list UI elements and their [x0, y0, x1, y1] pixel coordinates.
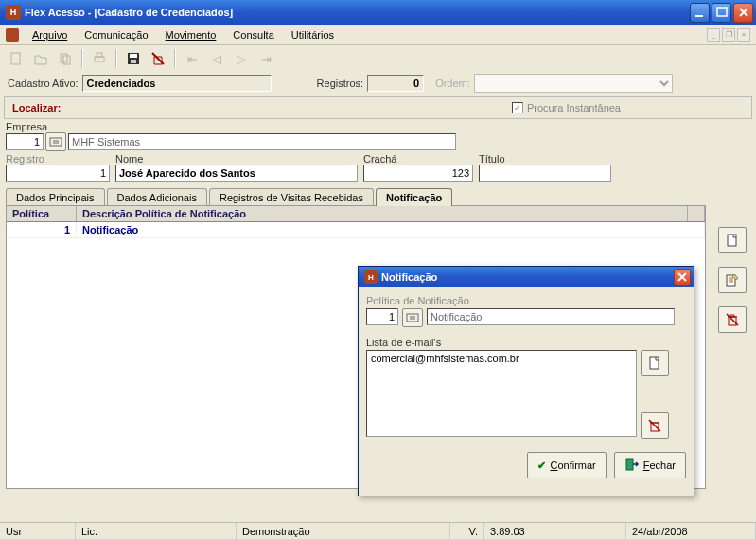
- toolbar-separator: [174, 49, 176, 68]
- grid-header: Política Descrição Política de Notificaç…: [7, 206, 705, 222]
- cadastro-ativo-label: Cadastro Ativo:: [8, 78, 79, 89]
- grid-cell-politica: 1: [7, 222, 77, 237]
- menu-arquivo[interactable]: Arquivo: [25, 27, 75, 43]
- mdi-close-icon[interactable]: ×: [737, 28, 750, 42]
- empresa-id-input[interactable]: [6, 133, 44, 150]
- cadastro-ativo-value: Credenciados: [82, 75, 272, 92]
- tb-open-icon: [30, 48, 51, 69]
- dlg-email-list[interactable]: comercial@mhfsistemas.com.br: [366, 350, 637, 437]
- procura-checkbox[interactable]: ✓: [512, 102, 523, 113]
- main-titlebar: H Flex Acesso - [Cadastro de Credenciado…: [0, 0, 756, 25]
- statusbar: Usr Lic. Demonstração V. 3.89.03 24/abr/…: [0, 522, 756, 539]
- grid-col-descricao[interactable]: Descrição Política de Notificação: [77, 206, 688, 221]
- menu-movimento[interactable]: Movimento: [158, 27, 224, 43]
- dlg-add-email-button[interactable]: [641, 350, 669, 376]
- toolbar-separator: [81, 49, 83, 68]
- empresa-lookup-button[interactable]: [45, 132, 66, 151]
- grid-cell-descricao: Notificação: [77, 222, 705, 237]
- status-version: 3.89.03: [484, 523, 626, 539]
- minimize-button[interactable]: [690, 3, 710, 23]
- dialog-icon: H: [364, 270, 378, 284]
- tb-delete-icon[interactable]: [148, 48, 168, 69]
- tb-last-icon: ⇥: [255, 48, 276, 69]
- localizar-row: Localizar: ✓ Procura Instantânea: [4, 96, 752, 119]
- cadastro-row: Cadastro Ativo: Credenciados Registros: …: [0, 72, 756, 95]
- cracha-input[interactable]: [363, 165, 473, 182]
- dlg-politica-name: [427, 308, 675, 325]
- grid-col-politica[interactable]: Política: [7, 206, 77, 221]
- svg-rect-11: [728, 235, 736, 246]
- ordem-label: Ordem:: [435, 78, 470, 89]
- dlg-remove-email-button[interactable]: [641, 412, 669, 439]
- svg-rect-17: [626, 459, 633, 470]
- menubar: Arquivo Comunicação Movimento Consulta U…: [0, 25, 756, 45]
- status-usr: Usr: [0, 523, 76, 539]
- tb-new-icon: [6, 48, 26, 69]
- dlg-politica-lookup-button[interactable]: [402, 308, 423, 327]
- registros-value: 0: [367, 75, 424, 92]
- svg-rect-8: [130, 54, 137, 58]
- status-lic: Lic.: [76, 523, 237, 539]
- dlg-lista-label: Lista de e-mail's: [366, 337, 686, 348]
- side-buttons: [718, 227, 747, 333]
- side-delete-button[interactable]: [718, 306, 747, 333]
- tab-dados-adicionais[interactable]: Dados Adicionais: [107, 188, 207, 206]
- tb-first-icon: ⇤: [182, 48, 202, 69]
- svg-rect-9: [131, 60, 136, 63]
- menu-utilitarios[interactable]: Utilitários: [284, 27, 342, 43]
- fechar-button[interactable]: Fechar: [614, 452, 686, 478]
- empresa-label: Empresa: [6, 121, 47, 132]
- toolbar: ⇤ ◁ ▷ ⇥: [0, 45, 756, 72]
- check-icon: ✔: [537, 460, 546, 472]
- svg-rect-16: [651, 423, 659, 431]
- tb-prev-icon: ◁: [206, 48, 227, 69]
- confirmar-button[interactable]: ✔ Confirmar: [527, 452, 606, 478]
- titulo-input[interactable]: [479, 165, 611, 182]
- svg-rect-1: [717, 8, 727, 16]
- registro-label: Registro: [6, 153, 110, 165]
- svg-rect-14: [407, 314, 418, 322]
- nome-input[interactable]: [115, 165, 358, 182]
- registros-label: Registros:: [317, 78, 364, 89]
- dlg-email-item[interactable]: comercial@mhfsistemas.com.br: [371, 353, 632, 364]
- side-edit-button[interactable]: [718, 267, 747, 293]
- status-demo: Demonstração: [237, 523, 450, 539]
- tab-registros-visitas[interactable]: Registros de Visitas Recebidas: [209, 188, 374, 206]
- dialog-close-button[interactable]: [674, 269, 691, 286]
- empresa-name-input: [68, 133, 456, 150]
- svg-rect-6: [97, 53, 102, 57]
- mdi-restore-icon[interactable]: ❐: [722, 28, 735, 42]
- tb-copy-icon: [55, 48, 76, 69]
- side-new-button[interactable]: [718, 227, 747, 253]
- app-icon-small: [6, 28, 19, 42]
- menu-comunicacao[interactable]: Comunicação: [77, 27, 155, 43]
- dlg-politica-id: [366, 308, 398, 325]
- status-date: 24/abr/2008: [626, 523, 756, 539]
- app-icon: H: [6, 5, 21, 20]
- grid-row[interactable]: 1 Notificação: [7, 222, 705, 238]
- mdi-window-buttons: _ ❐ ×: [707, 28, 750, 42]
- svg-rect-13: [729, 317, 736, 325]
- dlg-politica-label: Política de Notificação: [366, 295, 686, 306]
- svg-rect-15: [650, 357, 659, 369]
- svg-rect-2: [11, 53, 20, 64]
- mdi-minimize-icon[interactable]: _: [707, 28, 720, 42]
- procura-label: Procura Instantânea: [527, 102, 621, 113]
- registro-input[interactable]: [6, 165, 110, 182]
- svg-rect-10: [50, 138, 62, 146]
- tab-dados-principais[interactable]: Dados Principais: [6, 188, 105, 206]
- menu-consulta[interactable]: Consulta: [225, 27, 281, 43]
- tb-next-icon: ▷: [231, 48, 252, 69]
- tb-print-icon: [89, 48, 110, 69]
- status-v-label: V.: [450, 523, 484, 539]
- dialog-title: Notificação: [381, 271, 674, 283]
- close-button[interactable]: [733, 3, 753, 23]
- toolbar-separator: [115, 49, 117, 68]
- dialog-titlebar: H Notificação: [359, 267, 694, 287]
- titulo-label: Título: [479, 153, 611, 165]
- ordem-select: [474, 74, 673, 93]
- tb-save-icon[interactable]: [123, 48, 144, 69]
- dialog-notificacao: H Notificação Política de Notificação Li…: [358, 266, 694, 496]
- maximize-button[interactable]: [712, 3, 731, 23]
- tab-notificacao[interactable]: Notificação: [376, 188, 452, 206]
